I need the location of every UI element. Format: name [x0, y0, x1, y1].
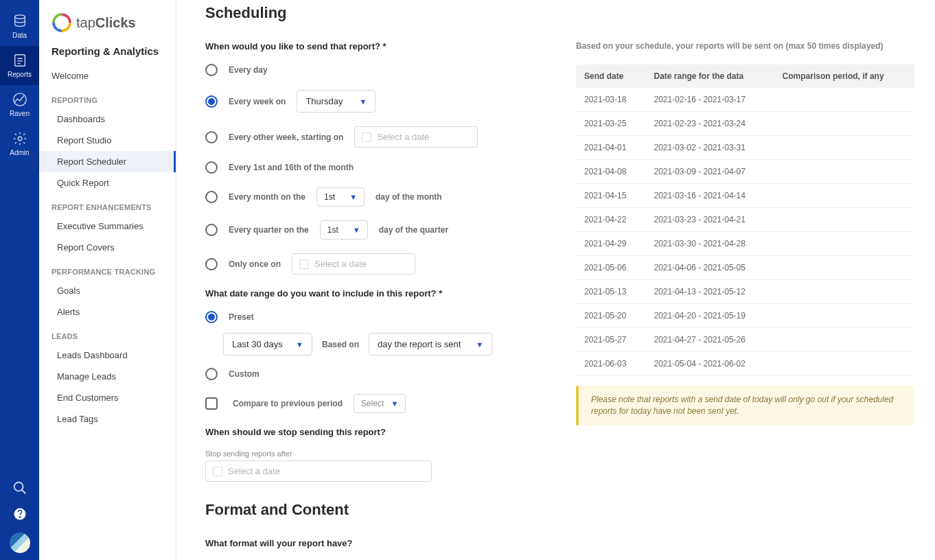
sidebar-item-end-customers[interactable]: End Customers [39, 387, 176, 408]
radio-custom[interactable] [205, 368, 218, 380]
inline-text: Based on [322, 340, 359, 349]
table-row: 2021-03-252021-02-23 - 2021-03-24 [576, 112, 914, 136]
cell-compare [774, 304, 914, 328]
radio-only-once[interactable] [205, 258, 218, 270]
cell-compare [774, 136, 914, 160]
sidebar-item-manage-leads[interactable]: Manage Leads [39, 366, 176, 387]
svg-rect-1 [14, 55, 25, 67]
table-row: 2021-04-012021-03-02 - 2021-03-31 [576, 136, 914, 160]
cell-range: 2021-04-06 - 2021-05-05 [645, 256, 774, 280]
cell-range: 2021-02-23 - 2021-03-24 [645, 112, 774, 136]
inline-text: day of the month [376, 192, 442, 202]
nav-welcome[interactable]: Welcome [39, 65, 176, 86]
radio-every-quarter[interactable] [205, 224, 218, 236]
cell-send: 2021-05-27 [576, 328, 645, 352]
cell-compare [774, 280, 914, 304]
cell-range: 2021-03-16 - 2021-04-14 [645, 184, 774, 208]
sidebar-item-report-studio[interactable]: Report Studio [39, 130, 176, 151]
table-row: 2021-04-292021-03-30 - 2021-04-28 [576, 232, 914, 256]
select-weekday[interactable]: Thursday▼ [297, 90, 376, 113]
select-month-day[interactable]: 1st▼ [316, 187, 365, 207]
sidebar-item-report-covers[interactable]: Report Covers [39, 237, 176, 258]
logo-icon [51, 12, 72, 33]
cell-compare [774, 256, 914, 280]
cell-compare [774, 160, 914, 184]
select-preset-range[interactable]: Last 30 days▼ [223, 333, 312, 355]
sidebar-section-header: PERFORMANCE TRACKING [39, 258, 176, 280]
rail-label: Admin [10, 149, 29, 156]
radio-every-week[interactable] [205, 95, 218, 108]
logo: tapClicks [39, 12, 176, 43]
caret-icon: ▼ [349, 193, 357, 201]
rail-item-data[interactable]: Data [0, 7, 39, 46]
date-other-week[interactable]: Select a date [354, 126, 478, 148]
table-row: 2021-06-032021-05-04 - 2021-06-02 [576, 352, 914, 376]
caret-icon: ▼ [476, 340, 483, 349]
radio-1st-16th[interactable] [205, 161, 218, 174]
cell-compare [774, 328, 914, 352]
select-compare-period[interactable]: Select▼ [354, 394, 406, 413]
date-only-once[interactable]: Select a date [292, 253, 415, 275]
cell-compare [774, 184, 914, 208]
sidebar-item-quick-report[interactable]: Quick Report [39, 172, 176, 194]
sidebar-item-executive-summaries[interactable]: Executive Summaries [39, 215, 176, 237]
select-value: 1st [324, 192, 335, 202]
radio-label: Every 1st and 16th of the month [229, 163, 354, 172]
sidebar-title: Reporting & Analytics [39, 43, 176, 65]
cell-send: 2021-05-20 [576, 304, 645, 328]
caret-icon: ▼ [353, 226, 360, 234]
reports-icon [12, 53, 27, 68]
sidebar-item-goals[interactable]: Goals [39, 280, 176, 301]
alert-note: Please note that reports with a send dat… [576, 386, 914, 425]
select-based-on[interactable]: day the report is sent▼ [369, 333, 492, 355]
sidebar: tapClicks Reporting & Analytics Welcome … [39, 0, 176, 560]
cell-send: 2021-04-08 [576, 160, 645, 184]
date-stop-after[interactable]: Select a date [205, 460, 432, 482]
rail-item-reports[interactable]: Reports [0, 46, 39, 85]
rail-label: Reports [8, 71, 32, 78]
radio-label: Custom [229, 369, 259, 379]
radio-label: Every week on [229, 97, 286, 106]
cell-compare [774, 352, 914, 376]
radio-preset[interactable] [205, 311, 218, 323]
checkbox-label: Compare to previous period [233, 399, 343, 408]
cell-range: 2021-03-02 - 2021-03-31 [645, 136, 774, 160]
cell-compare [774, 208, 914, 232]
cell-send: 2021-03-18 [576, 88, 645, 112]
schedule-table-wrap[interactable]: Send date Date range for the data Compar… [576, 65, 914, 376]
rail-label: Data [12, 32, 27, 39]
sidebar-item-dashboards[interactable]: Dashboards [39, 108, 176, 130]
sidebar-item-alerts[interactable]: Alerts [39, 301, 176, 323]
sidebar-item-report-scheduler[interactable]: Report Scheduler [39, 151, 176, 172]
radio-label: Only once on [229, 259, 281, 269]
cell-range: 2021-03-09 - 2021-04-07 [645, 160, 774, 184]
checkbox-compare[interactable] [205, 397, 218, 410]
svg-point-4 [14, 482, 23, 491]
cell-send: 2021-04-15 [576, 184, 645, 208]
help-icon[interactable] [12, 506, 27, 522]
cell-range: 2021-04-27 - 2021-05-26 [645, 328, 774, 352]
label-format: What format will your report have? [205, 538, 562, 548]
sidebar-item-leads-dashboard[interactable]: Leads Dashboard [39, 345, 176, 366]
svg-point-0 [14, 15, 25, 19]
radio-every-other-week[interactable] [205, 131, 218, 143]
label-when-send: When would you like to send that report?… [205, 41, 562, 51]
search-icon[interactable] [12, 480, 27, 495]
caret-icon: ▼ [391, 399, 398, 408]
analytics-icon [12, 92, 27, 107]
table-row: 2021-04-222021-03-23 - 2021-04-21 [576, 208, 914, 232]
avatar[interactable] [10, 533, 30, 553]
rail-item-raven[interactable]: Raven [0, 85, 39, 124]
rail-item-admin[interactable]: Admin [0, 124, 39, 163]
gear-icon [12, 131, 27, 146]
logo-text: tapClicks [76, 15, 136, 31]
cell-range: 2021-02-16 - 2021-03-17 [645, 88, 774, 112]
svg-point-6 [19, 517, 20, 517]
select-quarter-day[interactable]: 1st▼ [320, 220, 368, 240]
radio-every-day[interactable] [205, 64, 218, 76]
table-row: 2021-05-132021-04-13 - 2021-05-12 [576, 280, 914, 304]
table-row: 2021-04-152021-03-16 - 2021-04-14 [576, 184, 914, 208]
radio-every-month[interactable] [205, 191, 218, 203]
sidebar-item-lead-tags[interactable]: Lead Tags [39, 408, 176, 430]
label-stop: When should we stop sending this report? [205, 427, 562, 437]
